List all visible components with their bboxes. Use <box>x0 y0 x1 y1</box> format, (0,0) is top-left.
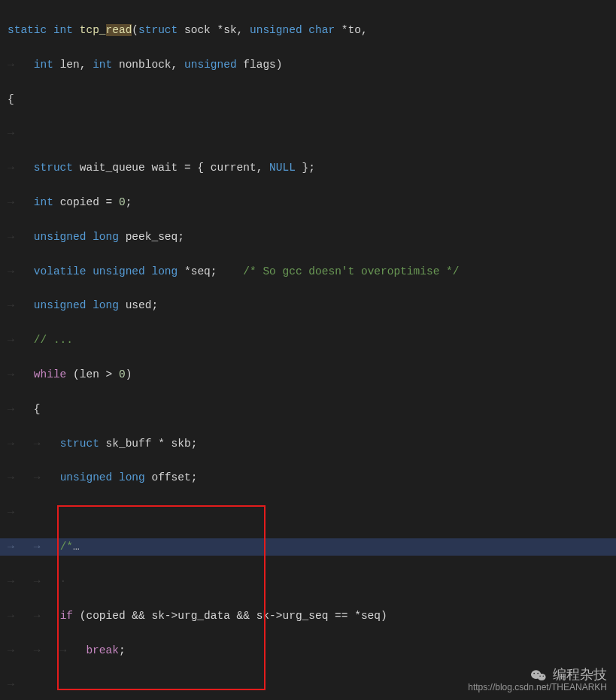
svg-point-1 <box>538 674 546 680</box>
code-line: → → · <box>0 573 616 590</box>
code-line: → struct wait_queue wait = { current, NU… <box>0 159 616 177</box>
code-line-folded[interactable]: → → /*… <box>0 538 616 556</box>
code-line: → // ... <box>0 332 616 349</box>
code-editor[interactable]: static int tcp_read(struct sock *sk, uns… <box>0 0 616 700</box>
code-line: → int copied = 0; <box>0 194 616 211</box>
code-line: → int len, int nonblock, unsigned flags) <box>0 56 616 74</box>
svg-point-2 <box>533 673 535 674</box>
watermark: 编程杂技 https://blog.csdn.net/THEANARKH <box>468 665 607 692</box>
code-line: → unsigned long peek_seq; <box>0 229 616 246</box>
code-line: → → if (copied && sk->urg_data && sk->ur… <box>0 608 616 625</box>
code-line: → → unsigned long offset; <box>0 469 616 486</box>
code-line: { <box>0 91 616 108</box>
watermark-url: https://blog.csdn.net/THEANARKH <box>468 682 607 692</box>
svg-point-4 <box>539 676 540 677</box>
code-line: static int tcp_read(struct sock *sk, uns… <box>0 22 616 39</box>
svg-point-5 <box>543 676 544 677</box>
code-line: → while (len > 0) <box>0 366 616 383</box>
code-line: → { <box>0 401 616 418</box>
code-line: → → struct sk_buff * skb; <box>0 435 616 453</box>
code-line: → → → break; <box>0 642 616 659</box>
watermark-title: 编程杂技 <box>553 667 607 682</box>
wechat-icon <box>531 668 546 682</box>
svg-point-3 <box>537 673 539 674</box>
code-line: → unsigned long used; <box>0 297 616 314</box>
code-line: → <box>0 504 616 521</box>
code-line: → volatile unsigned long *seq; /* So gcc… <box>0 263 616 280</box>
code-line: → <box>0 125 616 142</box>
